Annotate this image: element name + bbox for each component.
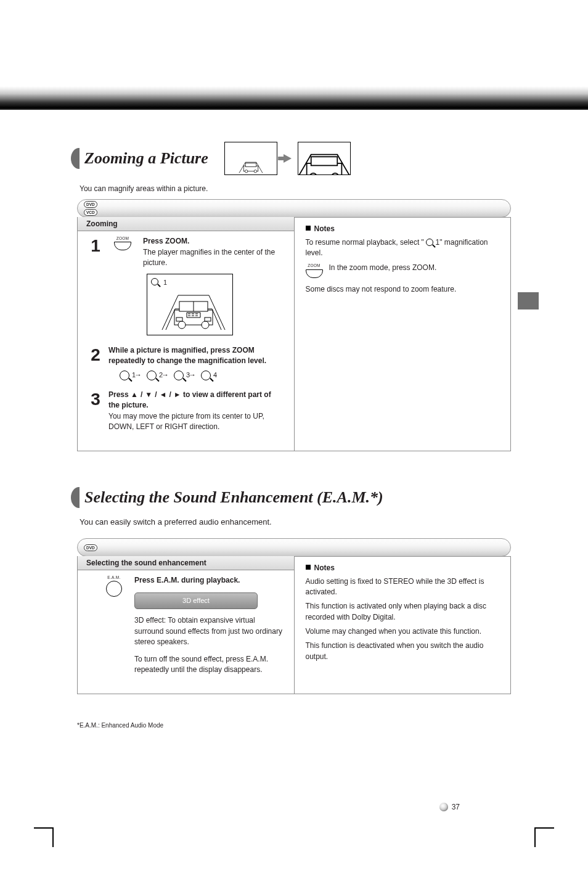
zoom-before-frame bbox=[224, 142, 277, 175]
svg-rect-5 bbox=[311, 157, 338, 165]
step-3-text-a: Press bbox=[108, 390, 131, 399]
svg-rect-1 bbox=[245, 163, 256, 167]
zoom-button-inline: ZOOM In the zoom mode, press ZOOM. bbox=[306, 263, 501, 278]
step-1-text: Press ZOOM. bbox=[143, 237, 189, 245]
eam-note-1: Audio setting is fixed to STEREO while t… bbox=[306, 576, 501, 598]
note-1: To resume normal playback, select " 1" m… bbox=[306, 237, 501, 259]
header-gradient-bar bbox=[0, 0, 588, 111]
note-2: In the zoom mode, press ZOOM. bbox=[329, 263, 437, 273]
zoom-screen-example: 1 bbox=[147, 274, 233, 335]
step-2-text: While a picture is magnified, press ZOOM… bbox=[108, 346, 266, 365]
magnifier-icon: 1 bbox=[120, 371, 129, 380]
zoom-button-label: ZOOM bbox=[308, 263, 321, 268]
step-1-num: 1 bbox=[89, 236, 102, 256]
magnifier-icon bbox=[426, 239, 433, 246]
step-3-sub: You may move the picture from its center… bbox=[108, 412, 264, 431]
section-bullet bbox=[71, 487, 80, 508]
section2-subtitle: You can easily switch a preferred audio … bbox=[80, 517, 511, 528]
step-3: 3 Press ▲ / ▼ / ◄ / ► to view a differen… bbox=[89, 390, 284, 433]
eam-left-header: Selecting the sound enhancement bbox=[78, 556, 294, 570]
eam-left-column: Selecting the sound enhancement E.A.M. P… bbox=[77, 556, 294, 694]
badge-dvd: DVD bbox=[84, 201, 97, 208]
direction-arrows: ▲ / ▼ / ◄ / ► bbox=[131, 390, 181, 400]
arrow-right-icon bbox=[284, 154, 292, 163]
zoom-button-icon bbox=[306, 269, 323, 278]
step-2: 2 While a picture is magnified, press ZO… bbox=[89, 345, 284, 381]
zoom-button-label: ZOOM bbox=[116, 236, 129, 240]
car-big-icon bbox=[298, 142, 351, 175]
zoom-illustration bbox=[224, 142, 351, 175]
step-1-sub: The player magnifies in the center of th… bbox=[143, 248, 275, 267]
svg-point-11 bbox=[178, 321, 186, 329]
zoom-right-column: Notes To resume normal playback, select … bbox=[294, 217, 512, 451]
eam-button-icon bbox=[106, 581, 122, 597]
square-bullet-icon bbox=[306, 226, 311, 231]
notes-header-2: Notes bbox=[306, 563, 501, 573]
badge-vcd: VCD bbox=[84, 209, 97, 216]
section-bullet bbox=[71, 148, 80, 169]
eam-3d-desc: 3D effect: To obtain expansive virtual s… bbox=[134, 615, 284, 647]
eam-note-3: Volume may changed when you activate thi… bbox=[306, 626, 501, 637]
square-bullet-icon bbox=[306, 565, 311, 570]
svg-rect-13 bbox=[176, 318, 182, 321]
page-ring-icon bbox=[439, 803, 448, 811]
zoom-after-frame bbox=[298, 142, 351, 175]
step-2-num: 2 bbox=[89, 345, 102, 365]
magnifier-icon: 2 bbox=[147, 371, 157, 380]
osd-3d-effect: 3D effect bbox=[134, 592, 258, 610]
eam-note-4: This function is deactivated when you sw… bbox=[306, 641, 501, 662]
zoom-button-icon bbox=[114, 242, 131, 250]
right-arrow-icon: ► bbox=[174, 390, 181, 400]
badge-dvd: DVD bbox=[84, 544, 97, 551]
svg-point-2 bbox=[245, 170, 247, 173]
eam-step: E.A.M. Press E.A.M. during playback. 3D … bbox=[89, 575, 284, 675]
car-small-icon bbox=[237, 157, 264, 174]
format-bar-2: DVD bbox=[77, 538, 511, 557]
magnifier-icon: 4 bbox=[201, 371, 211, 380]
magnifier-icon: 1 bbox=[151, 278, 158, 285]
zoom-left-column: Zooming 1 ZOOM Press ZOOM. The player ma… bbox=[77, 217, 294, 451]
section2-title-text: Selecting the Sound Enhancement (E.A.M.*… bbox=[84, 488, 383, 507]
svg-point-12 bbox=[202, 321, 209, 329]
format-bar: DVD VCD bbox=[77, 199, 511, 218]
section-title-text: Zooming a Picture bbox=[84, 149, 208, 168]
svg-point-3 bbox=[254, 170, 256, 173]
eam-button-label: E.A.M. bbox=[107, 575, 120, 580]
step-3-num: 3 bbox=[89, 390, 102, 409]
left-arrow-icon: ◄ bbox=[160, 390, 167, 400]
car-screen-icon bbox=[160, 284, 227, 332]
eam-right-column: Notes Audio setting is fixed to STEREO w… bbox=[294, 556, 512, 694]
page-footer: 37 bbox=[0, 803, 588, 814]
eam-note-2: This function is activated only when pla… bbox=[306, 601, 501, 623]
section-title-zoom: Zooming a Picture bbox=[71, 142, 511, 175]
notes-header: Notes bbox=[306, 224, 501, 234]
footnote: *E.A.M.: Enhanced Audio Mode bbox=[77, 722, 511, 729]
eam-turnoff: To turn off the sound effect, press E.A.… bbox=[134, 654, 284, 676]
zoom-left-header: Zooming bbox=[78, 217, 294, 231]
section1-intro: You can magnify areas within a picture. bbox=[80, 184, 511, 194]
zoom-level-sequence: 1 → 2 → 3 → 4 bbox=[120, 370, 284, 380]
up-arrow-icon: ▲ bbox=[131, 390, 138, 400]
down-arrow-icon: ▼ bbox=[145, 390, 152, 400]
magnifier-icon: 3 bbox=[174, 371, 184, 380]
section-title-eam: Selecting the Sound Enhancement (E.A.M.*… bbox=[71, 487, 511, 508]
step-1: 1 ZOOM Press ZOOM. The player magnifies … bbox=[89, 236, 284, 342]
page-number: 37 bbox=[452, 803, 460, 811]
note-3: Some discs may not respond to zoom featu… bbox=[306, 284, 501, 295]
eam-step-text: Press E.A.M. during playback. bbox=[134, 576, 240, 584]
svg-rect-14 bbox=[205, 318, 211, 321]
